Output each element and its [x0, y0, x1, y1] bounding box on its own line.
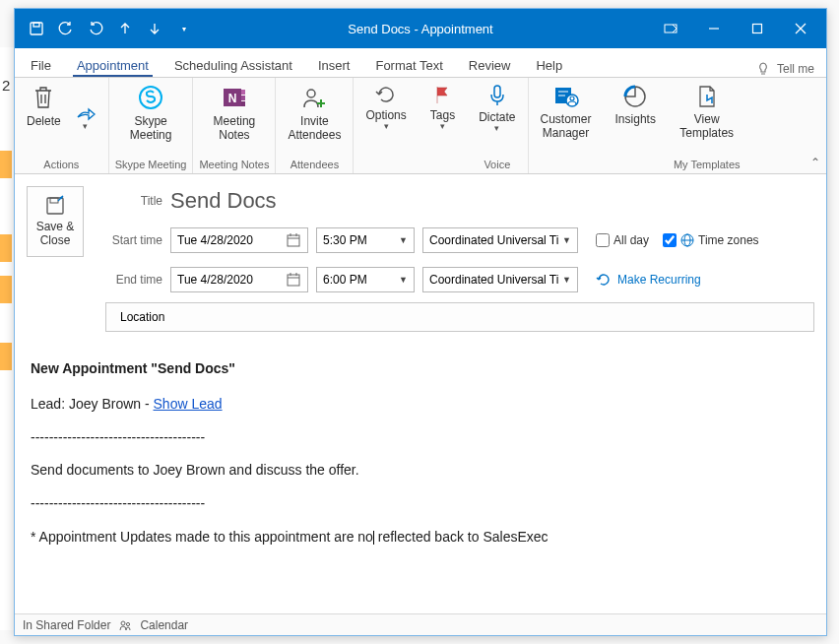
down-arrow-icon[interactable]	[145, 19, 164, 38]
view-templates-button[interactable]: View Templates	[674, 82, 740, 141]
location-button[interactable]: Location	[105, 302, 814, 332]
start-tz-value: Coordinated Universal Ti	[429, 233, 558, 247]
delete-button[interactable]: Delete	[21, 82, 67, 129]
time-zones-input[interactable]	[663, 233, 677, 247]
menu-format[interactable]: Format Text	[371, 52, 446, 77]
options-dropdown[interactable]: Options ▾	[359, 82, 412, 131]
save-icon[interactable]	[27, 19, 46, 38]
start-timezone-select[interactable]: Coordinated Universal Ti ▼	[422, 227, 578, 253]
tell-me-search[interactable]: Tell me	[755, 61, 814, 77]
ribbon-group-label: Meeting Notes	[199, 156, 269, 173]
svg-rect-0	[31, 23, 42, 34]
time-zones-label: Time zones	[698, 233, 759, 247]
templates-label: View Templates	[679, 113, 734, 141]
close-button[interactable]	[779, 9, 822, 48]
chevron-down-icon: ▼	[399, 275, 408, 285]
start-date-input[interactable]: Tue 4/28/2020	[170, 227, 308, 253]
skype-icon	[136, 84, 165, 111]
appointment-body[interactable]: New Appointment "Send Docs" Lead: Joey B…	[15, 342, 826, 613]
ribbon-group-actions: Delete ▾ Actions	[15, 78, 109, 173]
titlebar: ▾ Send Docs - Appointment	[15, 9, 826, 48]
make-recurring-button[interactable]: Make Recurring	[596, 272, 701, 288]
maximize-button[interactable]	[736, 9, 779, 48]
people-icon	[118, 618, 132, 632]
show-lead-link[interactable]: Show Lead	[154, 396, 223, 412]
delete-label: Delete	[27, 115, 61, 129]
qat-dropdown-icon[interactable]: ▾	[174, 19, 194, 38]
body-separator: --------------------------------------	[31, 492, 810, 516]
refresh-icon	[374, 84, 398, 105]
recurring-label: Make Recurring	[617, 273, 701, 287]
lead-prefix: Lead: Joey Brown -	[31, 396, 154, 412]
calendar-icon	[286, 232, 301, 248]
chevron-down-icon: ▼	[399, 235, 408, 245]
start-time-value: 5:30 PM	[323, 233, 367, 247]
meeting-notes-button[interactable]: N Meeting Notes	[208, 82, 262, 143]
window-options-icon[interactable]	[649, 9, 692, 48]
svg-rect-29	[288, 275, 299, 286]
save-close-button[interactable]: Save & Close	[27, 186, 84, 257]
dictate-dropdown[interactable]: Dictate ▾	[473, 82, 521, 133]
invite-attendees-button[interactable]: Invite Attendees	[282, 82, 347, 143]
all-day-input[interactable]	[596, 233, 610, 247]
ribbon-group-label: Voice	[484, 156, 510, 173]
ribbon-group-attendees: Invite Attendees Attendees	[276, 78, 354, 173]
form-area: Save & Close Title Send Docs Start time …	[15, 174, 826, 296]
svg-point-33	[121, 621, 125, 625]
title-value[interactable]: Send Docs	[170, 188, 277, 214]
end-timezone-select[interactable]: Coordinated Universal Ti ▼	[422, 267, 578, 292]
customer-label: Customer Manager	[541, 113, 592, 141]
svg-rect-4	[753, 25, 762, 33]
menu-review[interactable]: Review	[465, 52, 515, 77]
menu-help[interactable]: Help	[532, 52, 566, 77]
menu-scheduling[interactable]: Scheduling Assistant	[170, 52, 296, 77]
minimize-button[interactable]	[692, 9, 736, 48]
customer-manager-button[interactable]: Customer Manager	[535, 82, 598, 141]
ribbon-group-label: Actions	[43, 156, 79, 173]
ribbon-group-voice: Dictate ▾ Voice	[467, 78, 528, 173]
all-day-checkbox[interactable]: All day	[596, 233, 649, 247]
svg-rect-12	[241, 101, 245, 106]
tags-dropdown[interactable]: Tags ▾	[424, 82, 461, 131]
customer-manager-icon	[552, 84, 580, 109]
svg-rect-1	[33, 23, 39, 27]
start-time-label: Start time	[94, 233, 162, 247]
status-calendar: Calendar	[140, 618, 188, 632]
ribbon-group-label: My Templates	[674, 156, 741, 173]
svg-text:N: N	[228, 92, 237, 105]
ribbon-group-notes: N Meeting Notes Meeting Notes	[193, 78, 276, 173]
all-day-label: All day	[613, 233, 649, 247]
trash-icon	[31, 84, 56, 111]
ribbon-group-tags: Tags ▾	[419, 78, 467, 173]
ribbon-group-label: Skype Meeting	[115, 156, 187, 173]
chevron-down-icon: ▼	[562, 275, 571, 285]
menubar: File Appointment Scheduling Assistant In…	[15, 48, 826, 78]
menu-insert[interactable]: Insert	[314, 52, 355, 77]
menu-appointment[interactable]: Appointment	[73, 52, 153, 77]
redo-icon[interactable]	[86, 19, 105, 38]
menu-file[interactable]: File	[27, 52, 55, 77]
body-lead-line: Lead: Joey Brown - Show Lead	[31, 393, 810, 417]
svg-rect-16	[494, 86, 500, 97]
start-date-value: Tue 4/28/2020	[177, 233, 253, 247]
end-tz-value: Coordinated Universal Ti	[429, 273, 558, 287]
end-time-input[interactable]: 6:00 PM ▼	[316, 267, 415, 292]
body-description: Send documents to Joey Brown and discuss…	[31, 459, 810, 483]
undo-icon[interactable]	[56, 19, 76, 38]
ribbon-collapse-icon[interactable]: ⌃	[810, 156, 820, 169]
forward-dropdown[interactable]: ▾	[69, 82, 102, 131]
globe-icon	[680, 233, 694, 247]
appointment-window: ▾ Send Docs - Appointment File Appointme…	[14, 8, 827, 636]
svg-rect-20	[47, 198, 63, 214]
svg-rect-11	[241, 96, 245, 100]
insights-label: Insights	[615, 113, 656, 127]
up-arrow-icon[interactable]	[115, 19, 135, 38]
skype-meeting-button[interactable]: Skype Meeting	[124, 82, 178, 143]
note-after: reflected back to SalesExec	[374, 529, 549, 545]
time-zones-checkbox[interactable]: Time zones	[663, 233, 759, 247]
end-date-input[interactable]: Tue 4/28/2020	[170, 267, 308, 292]
skype-label: Skype Meeting	[130, 115, 172, 143]
start-time-input[interactable]: 5:30 PM ▼	[316, 227, 415, 253]
quick-access-toolbar: ▾	[19, 19, 194, 38]
insights-button[interactable]: Insights	[610, 82, 662, 127]
